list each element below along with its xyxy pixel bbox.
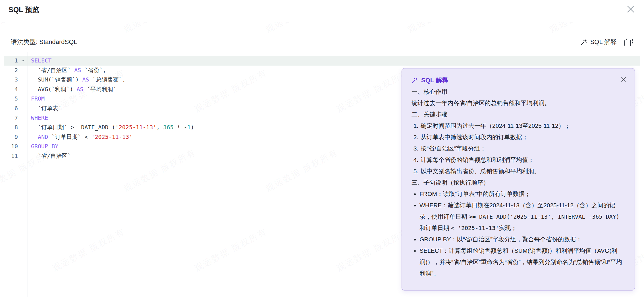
magic-wand-icon <box>581 39 587 45</box>
fold-spacer <box>18 151 28 161</box>
token-pl: `订单日期` >= DATE_ADD ( <box>31 124 115 131</box>
fold-chevron-icon[interactable] <box>18 56 28 66</box>
token-kw: AS <box>76 86 83 93</box>
fold-spacer <box>18 104 28 113</box>
token-kw: AS <box>82 76 89 83</box>
inline-text: GROUP BY：以“省/自治区”字段分组，聚合每个省份的数据； <box>419 236 582 242</box>
fold-spacer <box>18 75 28 85</box>
token-pl: `省份`, <box>81 67 106 74</box>
inline-text: SELECT：计算每组的销售额总和（SUM(销售额)）和利润平均值（AVG(利润… <box>419 247 622 277</box>
fold-spacer <box>18 94 28 104</box>
explain-list-item: 以中文别名输出省份、总销售额和平均利润。 <box>420 166 625 177</box>
explain-list-item: SELECT：计算每组的销售额总和（SUM(销售额)）和利润平均值（AVG(利润… <box>419 245 625 279</box>
explain-list-item: 按“省/自治区”字段分组； <box>420 143 625 154</box>
line-number: 4 <box>4 85 18 94</box>
explain-list-item: 从订单表中筛选该时间段内的订单数据； <box>420 131 625 143</box>
token-kw: SELECT <box>31 57 51 64</box>
sql-toolbar: 语法类型: StandardSQL SQL 解释 <box>4 32 640 52</box>
x-glyph <box>621 76 626 82</box>
line-number: 6 <box>4 104 18 113</box>
toolbar-tools: SQL 解释 <box>581 37 633 47</box>
inline-code: < '2025-11-13' <box>451 225 499 231</box>
close-icon[interactable] <box>626 5 635 14</box>
token-pl: , <box>156 124 163 131</box>
sql-explain-button[interactable]: SQL 解释 <box>581 38 617 46</box>
line-number: 10 <box>4 142 18 151</box>
explain-list-item: FROM：读取“订单表”中的所有订单数据； <box>419 188 625 200</box>
token-pl: `平均利润` <box>84 86 117 93</box>
token-pl: `订单表` <box>31 105 62 112</box>
dialog-header: SQL 预览 <box>0 0 644 22</box>
panel-title-text: SQL 解释 <box>421 75 448 86</box>
magic-wand-icon <box>412 77 418 84</box>
sql-explain-panel: SQL 解释 一、核心作用统计过去一年内各省/自治区的总销售额和平均利润。二、关… <box>402 68 635 290</box>
line-number: 8 <box>4 123 18 132</box>
line-number: 9 <box>4 132 18 142</box>
token-num: 365 <box>163 124 173 131</box>
inline-text: 和订单日期 <box>419 225 451 231</box>
explain-section-heading: 一、核心作用 <box>412 86 625 97</box>
token-kw: WHERE <box>31 114 48 121</box>
panel-title: SQL 解释 <box>412 75 625 86</box>
token-kw: AND <box>38 133 48 140</box>
token-str: '2025-11-13' <box>115 124 157 131</box>
token-pl: `省/自治区` <box>31 67 74 74</box>
token-kw: AS <box>74 67 81 74</box>
copy-icon[interactable] <box>624 37 633 47</box>
line-number: 3 <box>4 75 18 85</box>
fold-spacer <box>18 85 28 94</box>
line-number: 11 <box>4 151 18 161</box>
line-number: 5 <box>4 94 18 104</box>
fold-spacer <box>18 132 28 142</box>
code-text: SELECT <box>28 56 640 66</box>
inline-text: 实现； <box>499 225 517 231</box>
token-pl: AVG(`利润`) <box>31 86 76 93</box>
x-glyph <box>627 5 634 13</box>
token-kw: FROM <box>31 95 45 102</box>
token-pl: `省/自治区` <box>31 152 71 159</box>
fold-spacer <box>18 142 28 151</box>
token-pl <box>31 133 38 140</box>
code-line: 1SELECT <box>4 56 640 66</box>
explain-section-heading: 二、关键步骤 <box>412 109 625 120</box>
token-pl: ) <box>191 124 194 131</box>
token-pl: `总销售额`, <box>89 76 126 83</box>
explain-list-item: GROUP BY：以“省/自治区”字段分组，聚合每个省份的数据； <box>419 234 625 245</box>
token-num: 1 <box>187 124 191 131</box>
token-pl: SUM(`销售额`) <box>31 76 82 83</box>
panel-close-icon[interactable] <box>620 76 627 83</box>
fold-spacer <box>18 66 28 75</box>
inline-code: >= DATE_ADD('2025-11-13', INTERVAL -365 … <box>469 213 620 220</box>
explain-list-item: 计算每个省份的销售额总和和利润平均值； <box>420 154 625 166</box>
line-number: 7 <box>4 113 18 123</box>
panel-body: 一、核心作用统计过去一年内各省/自治区的总销售额和平均利润。二、关键步骤确定时间… <box>412 86 625 279</box>
explain-section-heading: 三、子句说明（按执行顺序） <box>412 177 625 188</box>
explain-bullet-list: FROM：读取“订单表”中的所有订单数据；WHERE：筛选订单日期在2024-1… <box>412 188 625 279</box>
explain-paragraph: 统计过去一年内各省/自治区的总销售额和平均利润。 <box>412 97 625 109</box>
line-number: 2 <box>4 66 18 75</box>
fold-spacer <box>18 113 28 123</box>
token-kw: GROUP BY <box>31 143 58 150</box>
explain-ordered-list: 确定时间范围为过去一年（2024-11-13至2025-11-12）；从订单表中… <box>412 120 625 177</box>
copy-icon-front <box>624 40 631 46</box>
explain-list-item: 确定时间范围为过去一年（2024-11-13至2025-11-12）； <box>420 120 625 131</box>
syntax-type-label: 语法类型: StandardSQL <box>11 38 77 46</box>
inline-text: FROM：读取“订单表”中的所有订单数据； <box>419 191 531 197</box>
sql-explain-button-label: SQL 解释 <box>590 38 617 46</box>
line-number: 1 <box>4 56 18 66</box>
fold-spacer <box>18 123 28 132</box>
token-str: '2025-11-13' <box>91 133 132 140</box>
token-pl: * - <box>173 124 187 131</box>
token-pl: `订单日期` < <box>48 133 91 140</box>
page-title: SQL 预览 <box>9 5 39 14</box>
explain-list-item: WHERE：筛选订单日期在2024-11-13（含）至2025-11-12（含）… <box>419 200 625 234</box>
